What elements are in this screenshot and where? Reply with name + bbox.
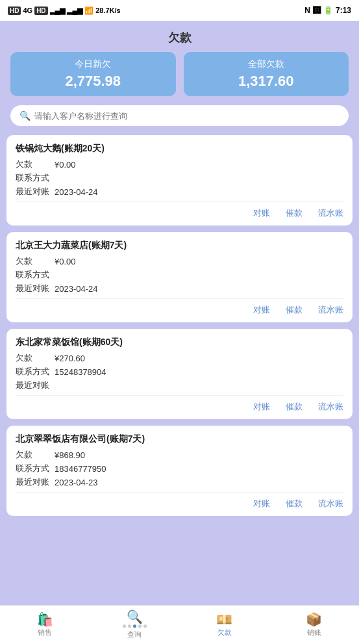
dot3: [133, 625, 136, 628]
action-row-1: 对账催款流水账: [16, 298, 343, 317]
wifi-icon: 📶: [84, 6, 93, 15]
dot5: [143, 625, 147, 628]
search-icon: 🔍: [19, 110, 31, 121]
reconcile-label-3: 最近对账: [16, 476, 55, 488]
nav-label-debt: 欠款: [217, 628, 232, 638]
customer-card-0: 铁锅炖大鹅(账期20天) 欠款 ¥0.00 联系方式 最近对账 2023-04-…: [6, 135, 353, 225]
reconcile-row-3: 最近对账 2023-04-23: [16, 476, 343, 488]
action-btn-2-0[interactable]: 对账: [253, 400, 270, 414]
bluetooth-icon: 🅱: [313, 6, 321, 15]
total-debt-label: 全部欠款: [193, 58, 340, 70]
reconcile-label-2: 最近对账: [16, 380, 55, 391]
contact-row-3: 联系方式 18346777950: [16, 463, 343, 474]
signal-bars: ▂▄▆: [50, 6, 66, 15]
reconcile-row-0: 最近对账 2023-04-24: [16, 186, 343, 198]
contact-label-0: 联系方式: [16, 172, 55, 184]
contact-value-2: 15248378904: [55, 367, 106, 377]
debt-label-0: 欠款: [16, 159, 55, 170]
dot1: [123, 625, 126, 628]
action-btn-2-1[interactable]: 催款: [286, 400, 303, 414]
action-row-2: 对账催款流水账: [16, 395, 343, 414]
reconcile-label-1: 最近对账: [16, 283, 55, 294]
action-btn-1-1[interactable]: 催款: [286, 303, 303, 317]
nav-label-query: 查询: [127, 630, 142, 639]
main-content: 欠款 今日新欠 2,775.98 全部欠款 1,317.60 🔍 铁锅炖大鹅(账…: [0, 21, 359, 605]
customer-name-2: 东北家常菜饭馆(账期60天): [16, 337, 343, 348]
status-bar: HD 4G HD ▂▄▆ ▂▄▆ 📶 28.7K/s N 🅱 🔋 7:13: [0, 0, 359, 21]
status-right: N 🅱 🔋 7:13: [304, 6, 351, 15]
reconcile-value-1: 2023-04-24: [55, 284, 98, 294]
customer-name-0: 铁锅炖大鹅(账期20天): [16, 143, 343, 155]
debt-row-2: 欠款 ¥270.60: [16, 352, 343, 364]
nav-item-debt[interactable]: 💴 欠款: [208, 613, 241, 638]
debt-label-3: 欠款: [16, 449, 55, 461]
sales-icon: 🛍️: [37, 613, 53, 626]
debt-row-3: 欠款 ¥868.90: [16, 449, 343, 461]
summary-row: 今日新欠 2,775.98 全部欠款 1,317.60: [0, 52, 359, 105]
customer-name-3: 北京翠翠饭店有限公司(账期7天): [16, 433, 343, 445]
debt-value-0: ¥0.00: [55, 160, 76, 170]
reconcile-value-0: 2023-04-24: [55, 187, 98, 197]
contact-label-2: 联系方式: [16, 366, 55, 378]
dot4: [138, 625, 142, 628]
action-row-0: 对账催款流水账: [16, 201, 343, 220]
debt-value-3: ¥868.90: [55, 450, 85, 460]
action-btn-1-2[interactable]: 流水账: [318, 303, 343, 317]
search-input[interactable]: [34, 111, 340, 121]
contact-label-3: 联系方式: [16, 463, 55, 474]
customer-list: 铁锅炖大鹅(账期20天) 欠款 ¥0.00 联系方式 最近对账 2023-04-…: [0, 135, 359, 516]
action-btn-1-0[interactable]: 对账: [253, 303, 270, 317]
status-n: N: [304, 6, 310, 15]
today-debt-label: 今日新欠: [19, 58, 167, 70]
debt-value-1: ¥0.00: [55, 257, 76, 266]
debt-row-1: 欠款 ¥0.00: [16, 255, 343, 267]
reconcile-row-2: 最近对账: [16, 380, 343, 391]
battery-icon: 🔋: [323, 6, 333, 15]
debt-label-1: 欠款: [16, 255, 55, 267]
status-left: HD 4G HD ▂▄▆ ▂▄▆ 📶 28.7K/s: [8, 6, 121, 15]
contact-row-0: 联系方式: [16, 172, 343, 184]
action-btn-2-2[interactable]: 流水账: [318, 400, 343, 414]
action-btn-0-0[interactable]: 对账: [253, 206, 270, 220]
status-hd: HD: [8, 6, 21, 15]
customer-card-3: 北京翠翠饭店有限公司(账期7天) 欠款 ¥868.90 联系方式 1834677…: [6, 426, 353, 516]
time-display: 7:13: [336, 6, 351, 15]
reconcile-label-0: 最近对账: [16, 186, 55, 198]
total-debt-value: 1,317.60: [193, 73, 340, 90]
debt-row-0: 欠款 ¥0.00: [16, 159, 343, 170]
network-speed: 28.7K/s: [95, 6, 121, 14]
nav-item-writeoff[interactable]: 📦 销账: [298, 613, 330, 638]
dot2: [128, 625, 131, 628]
action-btn-3-1[interactable]: 催款: [286, 496, 303, 511]
customer-card-2: 东北家常菜饭馆(账期60天) 欠款 ¥270.60 联系方式 152483789…: [6, 329, 353, 419]
reconcile-row-1: 最近对账 2023-04-24: [16, 283, 343, 294]
today-debt-card: 今日新欠 2,775.98: [10, 52, 176, 96]
nav-label-sales: 销售: [38, 628, 52, 638]
writeoff-icon: 📦: [306, 613, 322, 626]
status-signal: 4G: [23, 6, 32, 14]
page-title: 欠款: [168, 31, 192, 44]
debt-label-2: 欠款: [16, 352, 55, 364]
nav-label-writeoff: 销账: [307, 628, 321, 638]
nav-item-query[interactable]: 🔍 查询: [118, 610, 151, 639]
reconcile-value-3: 2023-04-23: [55, 478, 98, 487]
contact-row-2: 联系方式 15248378904: [16, 366, 343, 378]
action-row-3: 对账催款流水账: [16, 492, 343, 511]
contact-label-1: 联系方式: [16, 269, 55, 281]
total-debt-card: 全部欠款 1,317.60: [184, 52, 349, 96]
status-hd2: HD: [34, 6, 47, 15]
debt-value-2: ¥270.60: [55, 354, 85, 363]
query-icon: 🔍: [127, 610, 143, 623]
customer-name-1: 北京王大力蔬菜店(账期7天): [16, 240, 343, 251]
contact-value-3: 18346777950: [55, 464, 106, 474]
customer-card-1: 北京王大力蔬菜店(账期7天) 欠款 ¥0.00 联系方式 最近对账 2023-0…: [6, 232, 353, 322]
nav-item-sales[interactable]: 🛍️ 销售: [29, 613, 61, 638]
action-btn-3-0[interactable]: 对账: [253, 496, 270, 511]
debt-icon: 💴: [216, 613, 232, 626]
today-debt-value: 2,775.98: [19, 73, 167, 90]
action-btn-0-1[interactable]: 催款: [286, 206, 303, 220]
action-btn-3-2[interactable]: 流水账: [318, 496, 343, 511]
search-bar[interactable]: 🔍: [10, 105, 349, 126]
nav-dots: [123, 625, 147, 628]
action-btn-0-2[interactable]: 流水账: [318, 206, 343, 220]
